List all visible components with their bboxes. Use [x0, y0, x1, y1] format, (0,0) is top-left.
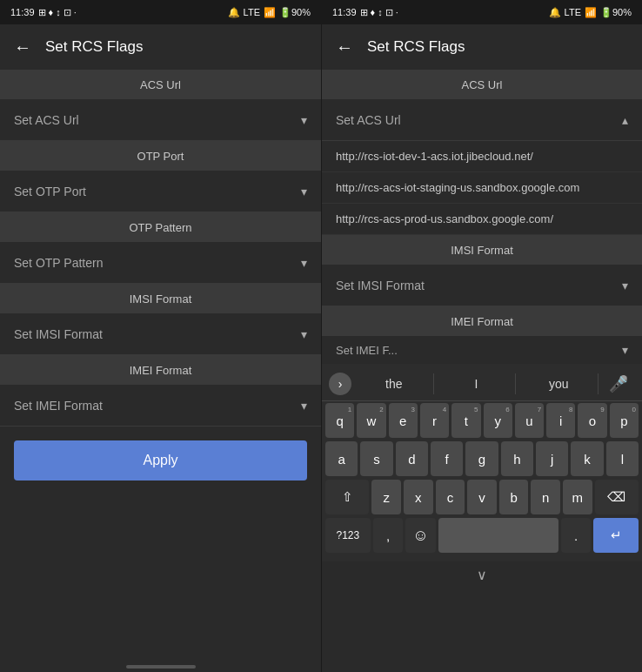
app-bar-right: ← Set RCS Flags — [322, 24, 642, 70]
key-l[interactable]: l — [606, 441, 639, 476]
status-bar-right-area: 🔔 LTE 📶 🔋90% — [228, 7, 311, 18]
dropdown-imsi-right[interactable]: Set IMSI Format ▾ — [322, 265, 642, 306]
key-o[interactable]: 9o — [578, 403, 606, 438]
back-button-right[interactable]: ← — [336, 37, 353, 57]
right-panel: 11:39 ⊞ ♦ ↕ ⊡ · 🔔 LTE 📶 🔋90% ← Set RCS F… — [321, 0, 642, 672]
dropdown-imsi-left-arrow: ▾ — [301, 327, 307, 341]
dropdown-otp-port[interactable]: Set OTP Port ▾ — [0, 171, 321, 212]
section-header-imei-right: IMEI Format — [322, 306, 642, 336]
key-q[interactable]: 1q — [325, 403, 354, 438]
dropdown-otp-pattern[interactable]: Set OTP Pattern ▾ — [0, 242, 321, 284]
shift-key[interactable]: ⇧ — [325, 480, 369, 514]
emoji-key[interactable]: ☺ — [405, 518, 436, 553]
time-display-right: 11:39 — [332, 7, 357, 17]
left-content: ACS Url Set ACS Url ▾ OTP Port Set OTP P… — [0, 70, 321, 662]
signal-strength: 📶 — [264, 7, 276, 18]
key-a[interactable]: a — [325, 441, 358, 476]
app-bar-left: ← Set RCS Flags — [0, 24, 321, 70]
dropdown-otp-pattern-arrow: ▾ — [301, 256, 307, 270]
key-n[interactable]: n — [531, 480, 560, 514]
key-e[interactable]: 3e — [389, 403, 418, 438]
numbers-key[interactable]: ?123 — [325, 518, 371, 553]
keyboard: › the I you 🎤 1q 2w 3e 4r 5t 6y 7u 8i 9o… — [322, 364, 642, 561]
section-title-imsi-left: IMSI Format — [130, 292, 192, 306]
key-t[interactable]: 5t — [451, 403, 480, 438]
key-i[interactable]: 8i — [546, 403, 575, 438]
suggestion-you[interactable]: you — [519, 373, 599, 394]
microphone-icon[interactable]: 🎤 — [602, 371, 635, 397]
period-key[interactable]: . — [561, 518, 592, 553]
suggestion-the[interactable]: the — [355, 373, 434, 394]
page-title-left: Set RCS Flags — [45, 38, 143, 56]
key-u[interactable]: 7u — [515, 403, 544, 438]
dropdown-acs-url-arrow: ▾ — [301, 113, 307, 127]
suggestion-expand-icon[interactable]: › — [329, 373, 351, 395]
status-bar-time-area: 11:39 ⊞ ♦ ↕ ⊡ · — [10, 7, 77, 18]
left-panel: 11:39 ⊞ ♦ ↕ ⊡ · 🔔 LTE 📶 🔋90% ← Set RCS F… — [0, 0, 321, 672]
enter-key[interactable]: ↵ — [593, 518, 639, 553]
dropdown-otp-port-label: Set OTP Port — [14, 185, 86, 198]
dropdown-imsi-left[interactable]: Set IMSI Format ▾ — [0, 313, 321, 355]
key-z[interactable]: z — [371, 480, 401, 514]
dropdown-imei-right-partial[interactable]: Set IMEI F... ▾ — [322, 336, 642, 364]
acs-option-2[interactable]: http://rcs-acs-iot-staging-us.sandbox.go… — [322, 172, 642, 204]
section-title-acs-url: ACS Url — [140, 78, 181, 91]
status-right-icons: 🔔 LTE 📶 🔋90% — [549, 7, 632, 18]
key-d[interactable]: d — [396, 441, 428, 476]
dropdown-acs-url-right[interactable]: Set ACS Url ▴ — [322, 99, 642, 141]
key-r[interactable]: 4r — [420, 403, 449, 438]
section-title-otp-pattern: OTP Pattern — [129, 221, 191, 234]
back-button-left[interactable]: ← — [14, 37, 31, 57]
key-f[interactable]: f — [431, 441, 463, 476]
key-b[interactable]: b — [499, 480, 529, 514]
key-g[interactable]: g — [465, 441, 498, 476]
dropdown-otp-port-arrow: ▾ — [301, 185, 307, 198]
section-title-acs-url-right: ACS Url — [462, 78, 503, 91]
dropdown-imsi-right-arrow: ▾ — [622, 279, 628, 292]
key-s[interactable]: s — [360, 441, 392, 476]
section-title-imsi-right: IMSI Format — [451, 244, 513, 257]
key-m[interactable]: m — [563, 480, 592, 514]
delete-key[interactable]: ⌫ — [595, 480, 639, 514]
dropdown-imsi-right-label: Set IMSI Format — [336, 279, 425, 292]
acs-option-1[interactable]: http://rcs-iot-dev-1-acs.iot.jibecloud.n… — [322, 141, 642, 172]
dropdown-imei-left-label: Set IMEI Format — [14, 399, 103, 413]
keyboard-row-3: ⇧ z x c v b n m ⌫ — [322, 478, 642, 516]
dropdown-otp-pattern-label: Set OTP Pattern — [14, 256, 103, 270]
key-w[interactable]: 2w — [357, 403, 385, 438]
key-y[interactable]: 6y — [484, 403, 512, 438]
key-p[interactable]: 0p — [610, 403, 639, 438]
alarm-icon: 🔔 — [228, 7, 240, 18]
chevron-down-icon: ∨ — [477, 567, 487, 583]
alarm-icon-right: 🔔 — [549, 7, 561, 18]
space-key[interactable] — [438, 518, 558, 553]
keyboard-collapse[interactable]: ∨ — [322, 561, 642, 588]
status-time-right: 11:39 ⊞ ♦ ↕ ⊡ · — [332, 7, 398, 18]
section-header-imei-left: IMEI Format — [0, 355, 321, 385]
dropdown-imei-right-arrow: ▾ — [622, 343, 628, 357]
section-title-imei-right: IMEI Format — [451, 315, 513, 328]
section-header-acs-url: ACS Url — [0, 70, 321, 99]
battery-right: 🔋90% — [600, 7, 632, 18]
nav-indicator-left — [126, 665, 196, 669]
network-type-right: LTE — [565, 7, 581, 17]
key-j[interactable]: j — [536, 441, 568, 476]
dropdown-acs-url[interactable]: Set ACS Url ▾ — [0, 99, 321, 141]
status-bar-right: 11:39 ⊞ ♦ ↕ ⊡ · 🔔 LTE 📶 🔋90% — [322, 0, 642, 24]
key-h[interactable]: h — [501, 441, 533, 476]
key-x[interactable]: x — [404, 480, 433, 514]
acs-option-3[interactable]: http://rcs-acs-prod-us.sandbox.google.co… — [322, 204, 642, 235]
apply-button[interactable]: Apply — [14, 440, 307, 480]
key-k[interactable]: k — [571, 441, 603, 476]
key-v[interactable]: v — [467, 480, 497, 514]
dropdown-imei-left[interactable]: Set IMEI Format ▾ — [0, 385, 321, 427]
acs-url-options: http://rcs-iot-dev-1-acs.iot.jibecloud.n… — [322, 141, 642, 235]
network-type: LTE — [244, 7, 260, 17]
signal-icons-right: ⊞ ♦ ↕ ⊡ · — [360, 7, 398, 18]
keyboard-row-2: a s d f g h j k l — [322, 440, 642, 478]
section-header-imsi-right: IMSI Format — [322, 235, 642, 265]
suggestion-i[interactable]: I — [438, 373, 517, 394]
comma-key[interactable]: , — [373, 518, 404, 553]
section-header-otp-pattern: OTP Pattern — [0, 212, 321, 242]
key-c[interactable]: c — [436, 480, 465, 514]
